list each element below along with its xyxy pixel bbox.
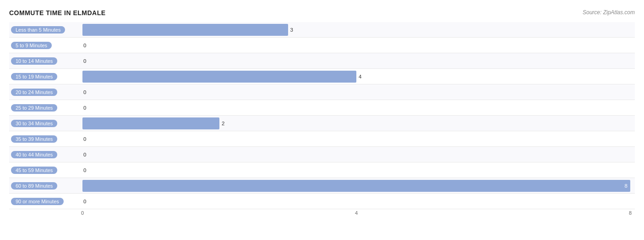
table-row: 45 to 59 Minutes0 (9, 162, 635, 178)
bar-row-inner: 35 to 39 Minutes0 (9, 131, 635, 146)
bar-value: 0 (83, 167, 86, 173)
chart-area: Less than 5 Minutes35 to 9 Minutes010 to… (9, 22, 635, 219)
bar-track: 0 (82, 100, 635, 115)
bar-label: 15 to 19 Minutes (9, 73, 82, 80)
label-pill: 20 to 24 Minutes (11, 89, 57, 96)
bar-value: 0 (83, 89, 86, 95)
label-pill: 10 to 14 Minutes (11, 57, 57, 65)
table-row: 30 to 34 Minutes2 (9, 116, 635, 131)
table-row: 40 to 44 Minutes0 (9, 147, 635, 162)
bar-track: 0 (82, 131, 635, 146)
bar-fill: 2 (82, 117, 219, 129)
bar-track: 0 (82, 84, 635, 100)
chart-header: COMMUTE TIME IN ELMDALE Source: ZipAtlas… (9, 9, 635, 17)
bar-value: 4 (359, 74, 361, 79)
chart-title: COMMUTE TIME IN ELMDALE (9, 9, 106, 17)
bar-row-inner: 25 to 29 Minutes0 (9, 100, 635, 115)
bar-row-inner: 30 to 34 Minutes2 (9, 116, 635, 131)
label-pill: 5 to 9 Minutes (11, 42, 52, 49)
bar-value: 0 (83, 58, 86, 64)
bar-track: 2 (82, 116, 635, 131)
bar-label: 25 to 29 Minutes (9, 104, 82, 112)
label-pill: 90 or more Minutes (11, 198, 64, 205)
table-row: 5 to 9 Minutes0 (9, 38, 635, 53)
bar-row-inner: 90 or more Minutes0 (9, 194, 635, 209)
label-pill: 25 to 29 Minutes (11, 104, 57, 112)
bar-label: 10 to 14 Minutes (9, 57, 82, 65)
bar-track: 0 (82, 53, 635, 68)
bar-track: 4 (82, 69, 635, 84)
bar-track: 0 (82, 194, 635, 209)
chart-container: COMMUTE TIME IN ELMDALE Source: ZipAtlas… (0, 5, 644, 233)
bar-row-inner: 15 to 19 Minutes4 (9, 69, 635, 84)
bar-value: 8 (625, 183, 628, 189)
table-row: 35 to 39 Minutes0 (9, 131, 635, 147)
label-pill: 60 to 89 Minutes (11, 182, 57, 190)
bar-row-inner: 45 to 59 Minutes0 (9, 162, 635, 178)
label-pill: 45 to 59 Minutes (11, 167, 57, 174)
bar-track: 8 (82, 178, 635, 193)
bar-value: 0 (83, 105, 86, 111)
table-row: 90 or more Minutes0 (9, 194, 635, 209)
x-tick: 4 (355, 210, 358, 216)
table-row: 15 to 19 Minutes4 (9, 69, 635, 84)
bar-label: 35 to 39 Minutes (9, 135, 82, 143)
bar-label: 90 or more Minutes (9, 198, 82, 205)
bar-row-inner: 5 to 9 Minutes0 (9, 38, 635, 53)
bar-value: 0 (83, 199, 86, 204)
bar-fill: 8 (82, 180, 630, 192)
table-row: Less than 5 Minutes3 (9, 22, 635, 38)
label-pill: Less than 5 Minutes (11, 26, 65, 33)
bar-value: 0 (83, 152, 86, 157)
table-row: 60 to 89 Minutes8 (9, 178, 635, 194)
bar-value: 0 (83, 43, 86, 48)
x-axis: 048 (82, 210, 635, 219)
bar-row-inner: 40 to 44 Minutes0 (9, 147, 635, 162)
bar-row-inner: 60 to 89 Minutes8 (9, 178, 635, 193)
bar-label: 45 to 59 Minutes (9, 167, 82, 174)
bar-label: 60 to 89 Minutes (9, 182, 82, 190)
x-tick: 0 (81, 210, 84, 216)
chart-source: Source: ZipAtlas.com (583, 9, 635, 16)
bar-value: 0 (83, 136, 86, 142)
bar-value: 2 (222, 121, 224, 126)
table-row: 20 to 24 Minutes0 (9, 84, 635, 100)
bar-track: 0 (82, 147, 635, 162)
bar-row-inner: 10 to 14 Minutes0 (9, 53, 635, 68)
bar-track: 0 (82, 38, 635, 53)
bar-label: 20 to 24 Minutes (9, 89, 82, 96)
label-pill: 15 to 19 Minutes (11, 73, 57, 80)
x-tick: 8 (629, 210, 632, 216)
bar-value: 3 (290, 27, 293, 33)
label-pill: 30 to 34 Minutes (11, 120, 57, 127)
label-pill: 35 to 39 Minutes (11, 135, 57, 143)
bar-row-inner: 20 to 24 Minutes0 (9, 84, 635, 100)
bar-label: 40 to 44 Minutes (9, 151, 82, 158)
table-row: 10 to 14 Minutes0 (9, 53, 635, 69)
label-pill: 40 to 44 Minutes (11, 151, 57, 158)
bar-fill: 4 (82, 71, 356, 83)
bar-track: 3 (82, 22, 635, 37)
bars-container: Less than 5 Minutes35 to 9 Minutes010 to… (9, 22, 635, 209)
bar-row-inner: Less than 5 Minutes3 (9, 22, 635, 37)
bar-label: 30 to 34 Minutes (9, 120, 82, 127)
bar-label: 5 to 9 Minutes (9, 42, 82, 49)
bar-label: Less than 5 Minutes (9, 26, 82, 33)
bar-track: 0 (82, 162, 635, 178)
bar-fill: 3 (82, 24, 288, 36)
table-row: 25 to 29 Minutes0 (9, 100, 635, 116)
